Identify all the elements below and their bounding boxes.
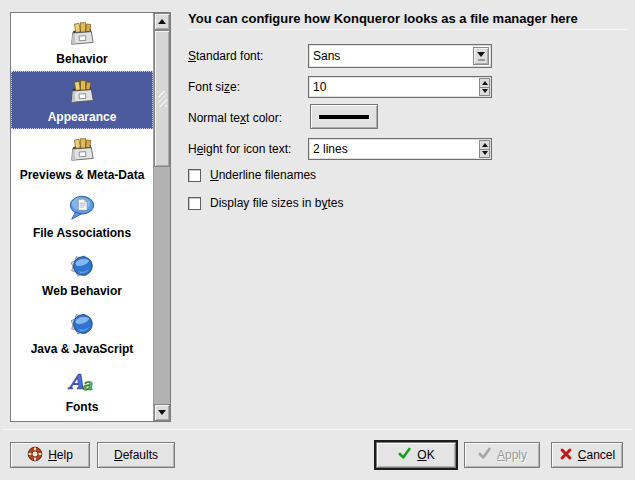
check-icon	[477, 446, 492, 464]
konqueror-file-manager-settings-dialog: Behavior Appea	[0, 0, 635, 480]
file-sizes-in-bytes-checkbox[interactable]	[188, 197, 201, 210]
color-swatch	[319, 115, 369, 119]
font-size-spin-buttons	[479, 78, 490, 96]
underline-filenames-row: Underline filenames	[188, 167, 316, 183]
ok-button[interactable]: OK	[376, 442, 456, 468]
underline-filenames-checkbox[interactable]	[188, 169, 201, 182]
buttonbar-separator	[2, 429, 633, 430]
svg-text:a: a	[82, 375, 93, 394]
sidebar-item-appearance[interactable]: Appearance	[11, 71, 153, 129]
standard-font-select[interactable]: Sans	[308, 44, 492, 68]
standard-font-value: Sans	[313, 45, 340, 67]
spin-up-icon[interactable]	[479, 78, 490, 88]
file-sizes-in-bytes-row: Display file sizes in bytes	[188, 195, 343, 211]
apply-button-disabled[interactable]: Apply	[464, 442, 540, 468]
fonts-aa-icon: A a	[67, 366, 97, 398]
globe-gear-icon	[67, 250, 97, 282]
font-size-value: 10	[313, 77, 326, 97]
standard-font-label: Standard font:	[188, 48, 263, 64]
cancel-button[interactable]: Cancel	[551, 442, 623, 468]
help-button[interactable]: Help	[10, 442, 90, 468]
page-title: You can configure how Konqueror looks as…	[188, 11, 630, 26]
icon-text-height-spinbox[interactable]: 2 lines	[308, 138, 492, 160]
sidebar-item-file-associations[interactable]: File Associations	[11, 187, 153, 245]
card-file-icon	[67, 18, 97, 50]
defaults-button-label: Defaults	[114, 448, 158, 462]
defaults-button[interactable]: Defaults	[97, 442, 175, 468]
scrollbar-thumb[interactable]	[154, 30, 170, 167]
ok-button-default-frame: OK	[374, 440, 458, 470]
scrollbar-grip	[158, 91, 167, 107]
sidebar-item-label: Previews & Meta-Data	[20, 168, 145, 182]
scrollbar-track[interactable]	[154, 167, 170, 404]
card-file-icon	[67, 76, 97, 108]
underline-filenames-label: Underline filenames	[210, 168, 316, 182]
title-separator	[188, 29, 628, 30]
sidebar-scrollbar[interactable]	[153, 13, 170, 421]
sidebar-item-java-javascript[interactable]: Java & JavaScript	[11, 303, 153, 361]
ok-button-label: OK	[417, 448, 434, 462]
life-ring-icon	[27, 446, 43, 465]
category-list: Behavior Appea	[11, 13, 153, 421]
icon-text-height-spin-buttons	[479, 140, 490, 158]
apply-button-label: Apply	[497, 448, 527, 462]
card-file-icon	[67, 134, 97, 166]
spin-down-icon[interactable]	[479, 150, 490, 159]
chevron-down-icon[interactable]	[473, 47, 489, 65]
speech-bubble-document-icon	[67, 192, 97, 224]
scroll-up-button[interactable]	[154, 13, 170, 30]
cancel-button-label: Cancel	[578, 448, 615, 462]
sidebar-item-previews-meta-data[interactable]: Previews & Meta-Data	[11, 129, 153, 187]
spin-up-icon[interactable]	[479, 140, 490, 150]
sidebar-item-label: File Associations	[33, 226, 131, 240]
sidebar-item-label: Fonts	[66, 400, 99, 414]
sidebar-item-behavior[interactable]: Behavior	[11, 13, 153, 71]
sidebar-item-label: Web Behavior	[42, 284, 122, 298]
sidebar-item-label: Appearance	[48, 110, 117, 124]
file-sizes-in-bytes-label: Display file sizes in bytes	[210, 196, 343, 210]
sidebar-item-web-behavior[interactable]: Web Behavior	[11, 245, 153, 303]
scroll-down-button[interactable]	[154, 404, 170, 421]
normal-text-color-label: Normal text color:	[188, 110, 282, 126]
sidebar-item-fonts[interactable]: A a Fonts	[11, 361, 153, 419]
font-size-spinbox[interactable]: 10	[308, 76, 492, 98]
sidebar-item-label: Behavior	[56, 52, 107, 66]
help-button-label: Help	[48, 448, 73, 462]
category-listbox: Behavior Appea	[10, 12, 171, 422]
icon-text-height-label: Height for icon text:	[188, 141, 291, 157]
spin-down-icon[interactable]	[479, 88, 490, 97]
normal-text-color-button[interactable]	[310, 104, 378, 129]
icon-text-height-value: 2 lines	[313, 139, 348, 159]
sidebar-item-label: Java & JavaScript	[31, 342, 134, 356]
font-size-label: Font size:	[188, 79, 240, 95]
check-icon	[397, 446, 412, 464]
globe-gear-icon	[67, 308, 97, 340]
cross-icon	[559, 447, 573, 464]
